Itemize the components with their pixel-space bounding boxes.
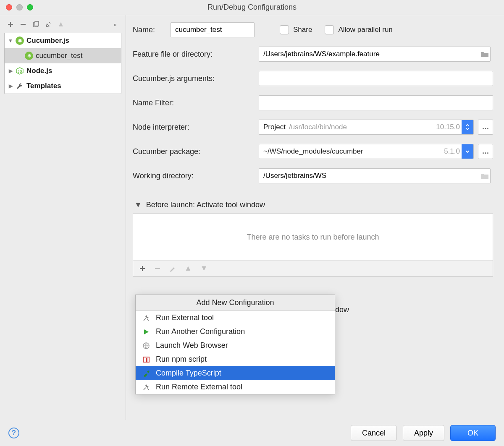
tree-label: Templates [26, 82, 61, 90]
tree-label: Cucumber.js [26, 37, 69, 45]
cucumber-icon: ❃ [16, 37, 24, 45]
args-input[interactable] [259, 71, 493, 86]
pkg-browse-button[interactable]: … [478, 144, 493, 159]
folder-icon[interactable] [480, 51, 489, 57]
chevron-right-icon: ▶ [8, 68, 13, 74]
close-window-icon[interactable] [6, 4, 12, 10]
name-input[interactable] [171, 22, 255, 37]
pkg-version: 5.1.0 [444, 147, 460, 156]
node-browse-button[interactable]: … [478, 120, 493, 135]
add-config-icon[interactable] [7, 21, 14, 28]
apply-button[interactable]: Apply [403, 425, 444, 441]
tree-item-nodejs[interactable]: ▶ JS Node.js [5, 63, 121, 78]
node-version: 10.15.0 [436, 123, 460, 131]
dropdown-arrows-icon [462, 120, 473, 134]
footer: ? Cancel Apply OK [0, 420, 504, 446]
chevron-down-icon: ▼ [8, 38, 13, 44]
popup-item-run-external-tool[interactable]: Run External tool [136, 311, 335, 325]
parallel-run-checkbox[interactable]: Allow parallel run [325, 25, 392, 34]
move-up-icon[interactable]: ▲ [57, 20, 65, 29]
move-down-icon: ▼ [200, 264, 208, 273]
npm-icon [142, 356, 151, 363]
tree-item-templates[interactable]: ▶ Templates [5, 78, 121, 94]
svg-text:JS: JS [17, 69, 22, 73]
working-dir-label: Working directory: [133, 172, 259, 180]
edit-defaults-icon[interactable] [45, 21, 52, 28]
share-checkbox[interactable]: Share [280, 25, 312, 34]
traffic-lights [6, 4, 33, 10]
sidebar: ▲ » ▼ ❃ Cucumber.js ❃ cucumber_test ▶ JS… [0, 15, 126, 420]
popup-title: Add New Configuration [136, 295, 335, 311]
before-launch-empty: There are no tasks to run before launch [133, 214, 493, 260]
before-launch-title: Before launch: Activate tool window [146, 201, 265, 209]
args-label: Cucumber.js arguments: [133, 74, 259, 83]
popup-item-run-another-config[interactable]: Run Another Configuration [136, 325, 335, 339]
cucumber-pkg-label: Cucumber package: [133, 147, 259, 156]
tools-icon [142, 314, 151, 322]
chevron-down-icon[interactable]: ▼ [134, 201, 142, 209]
play-icon [142, 329, 151, 335]
node-interpreter-label: Node interpreter: [133, 123, 259, 132]
checkbox-icon [325, 25, 334, 34]
copy-config-icon[interactable] [32, 21, 39, 28]
sidebar-toolbar: ▲ » [4, 20, 121, 33]
zoom-window-icon[interactable] [27, 4, 33, 10]
globe-icon [142, 342, 151, 349]
help-button[interactable]: ? [8, 428, 19, 438]
before-launch-section: ▼ Before launch: Activate tool window Th… [133, 196, 493, 276]
remove-config-icon[interactable] [19, 21, 27, 28]
tools-icon [142, 383, 151, 391]
add-task-icon[interactable] [139, 265, 146, 272]
tree-label: Node.js [26, 67, 52, 75]
config-tree: ▼ ❃ Cucumber.js ❃ cucumber_test ▶ JS Nod… [4, 33, 121, 94]
tree-label: cucumber_test [36, 52, 83, 60]
edit-task-icon [169, 265, 176, 272]
activate-tool-window-partial: dow [335, 305, 349, 314]
feature-label: Feature file or directory: [133, 50, 259, 59]
name-label: Name: [133, 26, 171, 34]
cancel-button[interactable]: Cancel [351, 425, 397, 441]
filter-label: Name Filter: [133, 99, 259, 107]
before-launch-toolbar: ▲ ▼ [133, 260, 493, 276]
chevron-right-icon: ▶ [8, 83, 13, 89]
add-new-config-popup: Add New Configuration Run External tool … [135, 295, 335, 394]
tree-item-cucumber-test[interactable]: ❃ cucumber_test [5, 48, 121, 63]
filter-input[interactable] [259, 95, 493, 110]
working-dir-input[interactable] [259, 168, 491, 183]
popup-item-compile-typescript[interactable]: Compile TypeScript [136, 366, 335, 380]
tree-item-cucumberjs[interactable]: ▼ ❃ Cucumber.js [5, 33, 121, 48]
more-icon[interactable]: » [111, 21, 119, 28]
popup-item-run-npm[interactable]: Run npm script [136, 352, 335, 366]
popup-item-run-remote-external[interactable]: Run Remote External tool [136, 380, 335, 394]
node-interpreter-select[interactable]: Project/usr/local/bin/node 10.15.0 [259, 120, 474, 135]
move-up-icon: ▲ [184, 264, 192, 273]
window-title: Run/Debug Configurations [0, 3, 504, 12]
folder-icon[interactable] [480, 172, 489, 179]
remove-task-icon [154, 265, 161, 272]
checkbox-icon [280, 25, 289, 34]
cucumber-pkg-select[interactable]: ~/WS/node_modules/cucumber 5.1.0 [259, 144, 474, 159]
cucumber-icon: ❃ [25, 52, 33, 60]
hammer-icon [142, 370, 151, 377]
titlebar: Run/Debug Configurations [0, 0, 504, 15]
minimize-window-icon[interactable] [16, 4, 23, 10]
dropdown-arrow-icon [462, 144, 473, 159]
wrench-icon [16, 82, 24, 90]
svg-rect-6 [146, 358, 147, 362]
node-icon: JS [16, 67, 24, 75]
popup-item-launch-browser[interactable]: Launch Web Browser [136, 339, 335, 352]
ok-button[interactable]: OK [450, 425, 496, 441]
svg-rect-1 [35, 21, 39, 26]
feature-input[interactable] [259, 47, 491, 62]
